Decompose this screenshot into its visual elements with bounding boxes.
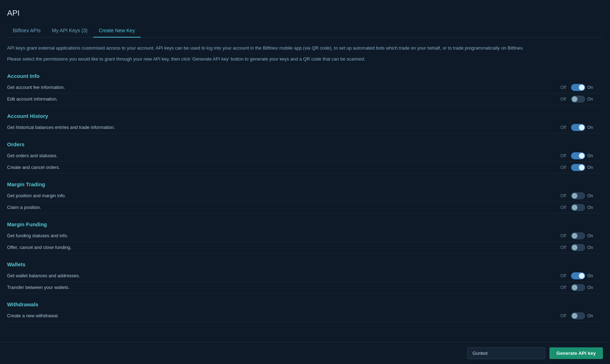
section-title-withdrawals: Withdrawals bbox=[7, 300, 603, 307]
toggle-switch-get-historical-balances[interactable] bbox=[571, 124, 585, 131]
tab-create-new-key[interactable]: Create New Key bbox=[93, 24, 141, 38]
toggle-off-label-offer-cancel-close-funding: Off bbox=[560, 245, 569, 250]
toggle-on-label-claim-position: On bbox=[587, 205, 596, 210]
permission-label-transfer-wallets: Transfer between your wallets. bbox=[7, 285, 560, 290]
toggle-switch-create-withdrawal[interactable] bbox=[571, 312, 585, 319]
description-line1: API keys grant external applications cus… bbox=[7, 45, 603, 52]
toggle-off-label-transfer-wallets: Off bbox=[560, 285, 569, 290]
permission-row: Get funding statuses and info.OffOn bbox=[7, 230, 603, 242]
permission-row: Create and cancel orders.OffOn bbox=[7, 162, 603, 174]
toggle-group-get-funding-statuses: OffOn bbox=[560, 232, 603, 239]
section-orders: OrdersGet orders and statuses.OffOnCreat… bbox=[7, 140, 603, 174]
page-header: API Bitfinex APIs My API Keys (3) Create… bbox=[0, 0, 610, 38]
toggle-off-label-get-historical-balances: Off bbox=[560, 125, 569, 130]
toggle-on-label-create-cancel-orders: On bbox=[587, 165, 596, 170]
permission-label-get-orders: Get orders and statuses. bbox=[7, 153, 560, 158]
permission-row: Get wallet balances and addresses.OffOn bbox=[7, 270, 603, 282]
toggle-off-label-get-funding-statuses: Off bbox=[560, 233, 569, 238]
permission-row: Edit account information.OffOn bbox=[7, 93, 603, 105]
permission-label-get-wallet-balances: Get wallet balances and addresses. bbox=[7, 273, 560, 278]
toggle-on-label-get-funding-statuses: On bbox=[587, 233, 596, 238]
toggle-switch-get-funding-statuses[interactable] bbox=[571, 232, 585, 239]
permission-label-offer-cancel-close-funding: Offer, cancel and close funding. bbox=[7, 245, 560, 250]
permission-label-get-account-fee: Get account fee information. bbox=[7, 85, 560, 90]
toggle-on-label-get-position-margin: On bbox=[587, 193, 596, 198]
section-title-account-history: Account History bbox=[7, 112, 603, 119]
toggle-switch-transfer-wallets[interactable] bbox=[571, 284, 585, 291]
toggle-off-label-claim-position: Off bbox=[560, 205, 569, 210]
section-title-margin-funding: Margin Funding bbox=[7, 220, 603, 227]
section-title-margin-trading: Margin Trading bbox=[7, 180, 603, 187]
tab-my-api-keys[interactable]: My API Keys (3) bbox=[46, 24, 93, 38]
permission-row: Claim a position.OffOn bbox=[7, 202, 603, 214]
toggle-switch-get-account-fee[interactable] bbox=[571, 84, 585, 91]
toggle-on-label-transfer-wallets: On bbox=[587, 285, 596, 290]
section-title-account-info: Account Info bbox=[7, 72, 603, 79]
toggle-switch-get-wallet-balances[interactable] bbox=[571, 272, 585, 279]
toggle-on-label-get-wallet-balances: On bbox=[587, 273, 596, 278]
toggle-off-label-edit-account-info: Off bbox=[560, 97, 569, 102]
toggle-group-get-historical-balances: OffOn bbox=[560, 124, 603, 131]
toggle-on-label-create-withdrawal: On bbox=[587, 313, 596, 318]
key-name-input[interactable] bbox=[467, 347, 545, 359]
permission-label-get-historical-balances: Get historical balances entries and trad… bbox=[7, 125, 560, 130]
toggle-on-label-get-orders: On bbox=[587, 153, 596, 158]
permission-row: Create a new withdrawal.OffOn bbox=[7, 310, 603, 322]
permission-row: Transfer between your wallets.OffOn bbox=[7, 282, 603, 294]
permissions-container: Account InfoGet account fee information.… bbox=[7, 72, 603, 322]
toggle-switch-edit-account-info[interactable] bbox=[571, 96, 585, 103]
footer: Generate API key bbox=[0, 342, 610, 364]
section-withdrawals: WithdrawalsCreate a new withdrawal.OffOn bbox=[7, 300, 603, 322]
toggle-switch-claim-position[interactable] bbox=[571, 204, 585, 211]
toggle-on-label-get-account-fee: On bbox=[587, 85, 596, 90]
section-title-wallets: Wallets bbox=[7, 260, 603, 267]
section-wallets: WalletsGet wallet balances and addresses… bbox=[7, 260, 603, 294]
toggle-off-label-create-cancel-orders: Off bbox=[560, 165, 569, 170]
main-content: API keys grant external applications cus… bbox=[0, 45, 610, 350]
section-title-orders: Orders bbox=[7, 140, 603, 147]
toggle-switch-offer-cancel-close-funding[interactable] bbox=[571, 244, 585, 251]
toggle-group-claim-position: OffOn bbox=[560, 204, 603, 211]
permission-row: Get account fee information.OffOn bbox=[7, 82, 603, 93]
generate-api-key-button[interactable]: Generate API key bbox=[549, 347, 603, 359]
toggle-switch-get-position-margin[interactable] bbox=[571, 192, 585, 199]
tab-bitfinex-apis[interactable]: Bitfinex APIs bbox=[7, 24, 46, 38]
toggle-group-offer-cancel-close-funding: OffOn bbox=[560, 244, 603, 251]
permission-label-create-cancel-orders: Create and cancel orders. bbox=[7, 165, 560, 170]
toggle-switch-create-cancel-orders[interactable] bbox=[571, 164, 585, 171]
toggle-group-transfer-wallets: OffOn bbox=[560, 284, 603, 291]
permission-label-get-position-margin: Get position and margin info. bbox=[7, 193, 560, 198]
toggle-off-label-get-wallet-balances: Off bbox=[560, 273, 569, 278]
section-account-history: Account HistoryGet historical balances e… bbox=[7, 112, 603, 133]
page-title: API bbox=[7, 8, 603, 18]
toggle-group-edit-account-info: OffOn bbox=[560, 96, 603, 103]
toggle-switch-get-orders[interactable] bbox=[571, 152, 585, 159]
description-line2: Please select the permissions you would … bbox=[7, 56, 603, 63]
permission-label-claim-position: Claim a position. bbox=[7, 205, 560, 210]
section-account-info: Account InfoGet account fee information.… bbox=[7, 72, 603, 105]
permission-row: Get orders and statuses.OffOn bbox=[7, 150, 603, 162]
toggle-on-label-offer-cancel-close-funding: On bbox=[587, 245, 596, 250]
toggle-group-get-account-fee: OffOn bbox=[560, 84, 603, 91]
toggle-on-label-get-historical-balances: On bbox=[587, 125, 596, 130]
toggle-off-label-get-orders: Off bbox=[560, 153, 569, 158]
permission-row: Get position and margin info.OffOn bbox=[7, 190, 603, 202]
toggle-off-label-get-account-fee: Off bbox=[560, 85, 569, 90]
toggle-on-label-edit-account-info: On bbox=[587, 97, 596, 102]
toggle-off-label-get-position-margin: Off bbox=[560, 193, 569, 198]
toggle-group-get-position-margin: OffOn bbox=[560, 192, 603, 199]
permission-label-edit-account-info: Edit account information. bbox=[7, 96, 560, 102]
toggle-group-create-withdrawal: OffOn bbox=[560, 312, 603, 319]
toggle-group-get-orders: OffOn bbox=[560, 152, 603, 159]
tabs-nav: Bitfinex APIs My API Keys (3) Create New… bbox=[7, 24, 603, 38]
permission-label-create-withdrawal: Create a new withdrawal. bbox=[7, 313, 560, 318]
toggle-off-label-create-withdrawal: Off bbox=[560, 313, 569, 318]
permission-label-get-funding-statuses: Get funding statuses and info. bbox=[7, 233, 560, 238]
toggle-group-create-cancel-orders: OffOn bbox=[560, 164, 603, 171]
permission-row: Offer, cancel and close funding.OffOn bbox=[7, 242, 603, 254]
permission-row: Get historical balances entries and trad… bbox=[7, 122, 603, 133]
section-margin-funding: Margin FundingGet funding statuses and i… bbox=[7, 220, 603, 254]
toggle-group-get-wallet-balances: OffOn bbox=[560, 272, 603, 279]
section-margin-trading: Margin TradingGet position and margin in… bbox=[7, 180, 603, 214]
